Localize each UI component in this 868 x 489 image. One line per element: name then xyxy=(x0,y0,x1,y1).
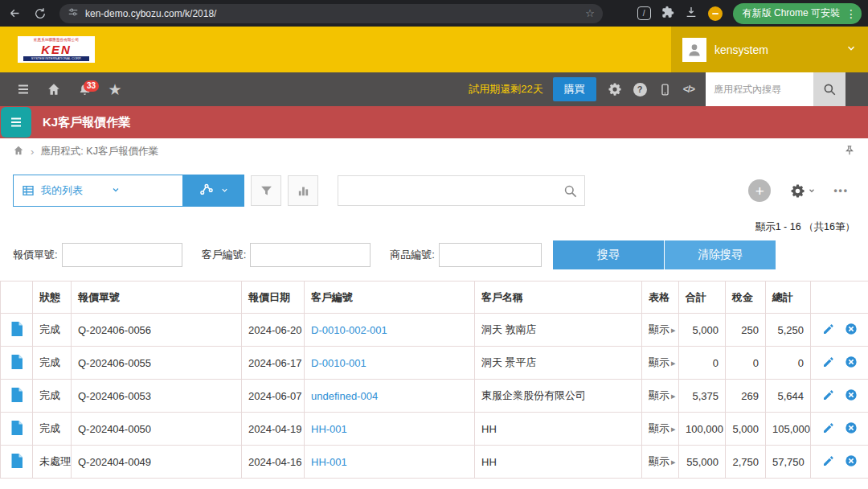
view-selector[interactable]: 我的列表 xyxy=(13,175,244,207)
edit-record-icon[interactable] xyxy=(822,454,835,467)
site-settings-icon[interactable] xyxy=(68,6,79,21)
download-icon[interactable] xyxy=(685,6,698,22)
subtable-show-toggle[interactable]: 顯示▸ xyxy=(649,455,676,467)
browser-menu-icon[interactable]: ⋮ xyxy=(845,7,857,20)
record-document-icon[interactable] xyxy=(10,388,23,402)
help-icon[interactable]: ? xyxy=(633,83,647,97)
cell-quote-no: Q-202404-0049 xyxy=(72,446,242,479)
cell-total: 0 xyxy=(679,347,726,380)
expand-triangle-icon: ▸ xyxy=(671,358,676,368)
customer-id-link[interactable]: undefined-004 xyxy=(311,390,378,402)
customer-id-link[interactable]: D-0010-002-001 xyxy=(311,324,387,336)
cell-grand-total: 105,000 xyxy=(766,413,811,446)
table-row[interactable]: 完成 Q-202406-0056 2024-06-20 D-0010-002-0… xyxy=(1,314,868,347)
edit-record-icon[interactable] xyxy=(822,421,835,434)
subtable-show-toggle[interactable]: 顯示▸ xyxy=(649,323,676,335)
chrome-update-label: 有新版 Chrome 可安裝 xyxy=(743,6,840,20)
buy-button[interactable]: 購買 xyxy=(553,77,596,101)
record-document-icon[interactable] xyxy=(10,454,23,468)
cell-tax: 269 xyxy=(726,380,766,413)
company-logo[interactable]: 肯恩系統國際股份有限公司 KEN SYSTEM INTERNATIONAL CO… xyxy=(18,36,95,63)
delete-record-icon[interactable] xyxy=(845,421,858,434)
table-row[interactable]: 完成 Q-202404-0050 2024-04-19 HH-001 HH 顯示… xyxy=(1,413,868,446)
pin-icon[interactable] xyxy=(844,145,855,158)
side-panel-icon[interactable]: / xyxy=(637,6,651,20)
chrome-update-button[interactable]: 有新版 Chrome 可安裝 ⋮ xyxy=(733,3,862,24)
edit-record-icon[interactable] xyxy=(822,355,835,368)
product-no-label: 商品編號: xyxy=(390,248,435,262)
customer-no-label: 客戶編號: xyxy=(202,248,247,262)
expand-triangle-icon: ▸ xyxy=(671,457,676,466)
record-document-icon[interactable] xyxy=(10,322,23,336)
back-icon[interactable] xyxy=(6,6,23,22)
search-button[interactable]: 搜尋 xyxy=(553,240,664,269)
cell-quote-no: Q-202406-0055 xyxy=(72,347,242,380)
home-icon[interactable] xyxy=(39,82,69,97)
mobile-device-icon[interactable] xyxy=(658,83,672,97)
record-search-input[interactable] xyxy=(348,185,563,197)
bookmark-star-icon[interactable]: ☆ xyxy=(585,7,595,19)
clear-search-button[interactable]: 清除搜尋 xyxy=(665,240,776,269)
cell-quote-date: 2024-04-19 xyxy=(242,413,305,446)
graph-menu-button[interactable] xyxy=(183,175,244,207)
filter-button[interactable] xyxy=(251,175,281,206)
notifications-bell-icon[interactable]: 33 xyxy=(69,83,100,97)
subtable-show-toggle[interactable]: 顯示▸ xyxy=(649,389,676,401)
subtable-show-toggle[interactable]: 顯示▸ xyxy=(649,356,676,368)
cell-quote-no: Q-202406-0056 xyxy=(72,314,242,347)
browser-actions: / 有新版 Chrome 可安裝 ⋮ xyxy=(637,3,862,24)
table-row[interactable]: 完成 Q-202406-0053 2024-06-07 undefined-00… xyxy=(1,380,868,413)
table-row[interactable]: 完成 Q-202406-0055 2024-06-17 D-0010-001 洞… xyxy=(1,347,868,380)
app-search-input[interactable] xyxy=(706,72,813,106)
app-title: KJ客戶報價作業 xyxy=(43,115,130,130)
customer-id-link[interactable]: D-0010-001 xyxy=(311,357,366,369)
delete-record-icon[interactable] xyxy=(845,323,858,335)
record-search-box[interactable] xyxy=(338,175,585,206)
delete-record-icon[interactable] xyxy=(845,388,858,401)
more-options-button[interactable]: ••• xyxy=(833,185,849,196)
delete-record-icon[interactable] xyxy=(845,454,858,467)
quote-no-label: 報價單號: xyxy=(13,248,58,262)
cell-status: 完成 xyxy=(33,314,72,347)
cell-grand-total: 5,644 xyxy=(766,380,811,413)
record-document-icon[interactable] xyxy=(10,421,23,435)
add-record-button[interactable]: + xyxy=(748,179,771,202)
profile-avatar[interactable] xyxy=(708,6,723,21)
reload-icon[interactable] xyxy=(32,6,48,22)
chart-button[interactable] xyxy=(288,175,318,206)
kintone-header: 肯恩系統國際股份有限公司 KEN SYSTEM INTERNATIONAL CO… xyxy=(0,27,868,72)
logo-main-text: KEN xyxy=(41,43,72,55)
favorites-star-icon[interactable]: ★ xyxy=(100,82,130,97)
view-selector-label: 我的列表 xyxy=(41,183,104,198)
quote-no-input[interactable] xyxy=(62,243,182,267)
record-document-icon[interactable] xyxy=(10,355,23,369)
app-search-button[interactable] xyxy=(813,72,845,106)
cell-tax: 2,750 xyxy=(726,446,766,479)
extensions-icon[interactable] xyxy=(661,6,674,22)
breadcrumb-home-icon[interactable] xyxy=(13,145,24,158)
table-row[interactable]: 未處理 Q-202404-0049 2024-04-16 HH-001 HH 顯… xyxy=(1,446,868,479)
admin-gear-icon[interactable] xyxy=(608,82,622,97)
view-selector-current[interactable]: 我的列表 xyxy=(13,175,183,207)
cell-status: 完成 xyxy=(33,347,72,380)
col-tax: 稅金 xyxy=(726,281,766,314)
user-name: kensystem xyxy=(714,43,837,56)
address-bar[interactable]: ken-demo.cybozu.com/k/2018/ ☆ xyxy=(59,4,603,23)
breadcrumb-text[interactable]: 應用程式: KJ客戶報價作業 xyxy=(40,145,158,158)
record-search-icon[interactable] xyxy=(563,183,578,199)
customer-id-link[interactable]: HH-001 xyxy=(311,456,347,468)
subtable-show-toggle[interactable]: 顯示▸ xyxy=(649,422,676,434)
portal-menu-icon[interactable] xyxy=(8,82,39,97)
delete-record-icon[interactable] xyxy=(845,355,858,368)
col-subtable: 表格 xyxy=(642,281,679,314)
edit-record-icon[interactable] xyxy=(822,388,835,401)
product-no-input[interactable] xyxy=(439,243,542,267)
customer-id-link[interactable]: HH-001 xyxy=(311,423,347,435)
edit-record-icon[interactable] xyxy=(822,323,835,335)
app-menu-icon[interactable] xyxy=(1,107,31,138)
customer-no-input[interactable] xyxy=(250,243,371,267)
user-menu[interactable]: kensystem xyxy=(671,27,868,72)
app-settings-button[interactable] xyxy=(790,183,816,199)
url-text[interactable]: ken-demo.cybozu.com/k/2018/ xyxy=(85,8,579,19)
developer-code-icon[interactable]: </> xyxy=(683,84,694,95)
